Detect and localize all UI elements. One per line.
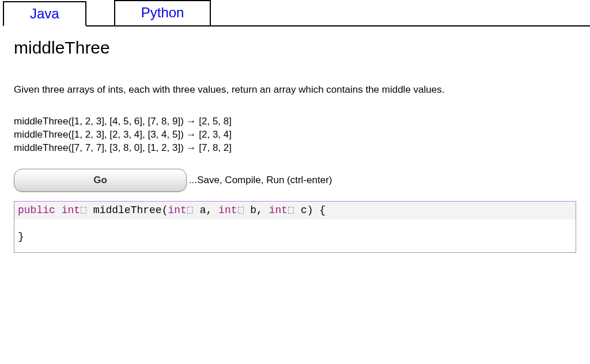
tab-python[interactable]: Python <box>114 0 211 25</box>
function-name: middleThree( <box>87 204 168 216</box>
array-bracket-icon <box>238 207 244 214</box>
hint-text: ...Save, Compile, Run (ctrl-enter) <box>189 175 332 186</box>
array-bracket-icon <box>288 207 294 214</box>
example-line: middleThree([1, 2, 3], [2, 3, 4], [3, 4,… <box>14 128 576 142</box>
problem-title: middleThree <box>14 38 576 58</box>
example-line: middleThree([7, 7, 7], [3, 8, 0], [1, 2,… <box>14 142 576 155</box>
array-bracket-icon <box>81 207 86 214</box>
examples-block: middleThree([1, 2, 3], [4, 5, 6], [7, 8,… <box>14 115 576 155</box>
action-row: Go ...Save, Compile, Run (ctrl-enter) <box>14 169 576 192</box>
example-line: middleThree([1, 2, 3], [4, 5, 6], [7, 8,… <box>14 115 576 128</box>
keyword-int: int <box>62 204 80 216</box>
param-c: c) { <box>294 204 326 216</box>
keyword-int: int <box>218 204 237 216</box>
code-line: public int middleThree(int a, int b, int… <box>14 202 576 219</box>
keyword-int: int <box>168 204 186 216</box>
param-a: a, <box>194 204 218 216</box>
go-button[interactable]: Go <box>14 169 187 192</box>
problem-description: Given three arrays of ints, each with th… <box>14 84 515 97</box>
tab-java[interactable]: Java <box>3 1 86 26</box>
content-area: middleThree Given three arrays of ints, … <box>0 26 590 260</box>
keyword-int: int <box>269 204 288 216</box>
code-line: } <box>18 229 572 245</box>
code-editor[interactable]: public int middleThree(int a, int b, int… <box>14 201 576 253</box>
language-tabs: Java Python <box>3 0 590 26</box>
array-bracket-icon <box>187 207 193 214</box>
param-b: b, <box>244 204 269 216</box>
keyword-public: public <box>18 204 55 216</box>
